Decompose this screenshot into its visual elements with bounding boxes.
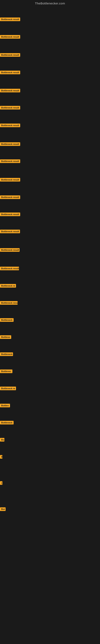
bottleneck-badge[interactable]: Bottlenec <box>0 370 12 373</box>
bottleneck-badge[interactable]: Bottleneck re <box>0 284 16 288</box>
bottleneck-badge[interactable]: Bottleneck result <box>0 160 20 163</box>
list-item: Bottleneck <box>0 318 14 322</box>
list-item: Bottleneck result <box>0 267 19 271</box>
list-item: Bottlenec <box>0 370 12 374</box>
bottleneck-badge[interactable]: Bottleneck result <box>0 18 20 21</box>
bottleneck-badge[interactable]: Bottleneck result <box>0 230 20 233</box>
bottleneck-badge[interactable]: Bo <box>0 438 4 442</box>
site-title: TheBottlenecker.com <box>0 0 100 6</box>
bottleneck-badge[interactable]: Bottleneck re <box>0 386 16 390</box>
bottleneck-badge[interactable]: Bottleneck result <box>0 35 20 39</box>
bottleneck-badge[interactable]: Bottleneck result <box>0 142 20 146</box>
bottleneck-badge[interactable]: Bottleneck result <box>0 89 20 92</box>
site-header: TheBottlenecker.com <box>0 0 100 6</box>
list-item: Bo <box>0 438 4 442</box>
bottleneck-badge[interactable]: Bottleneck <box>0 318 14 322</box>
list-item: Bottleneck result <box>0 106 20 110</box>
bottleneck-badge[interactable]: Bottleneck result <box>0 71 20 74</box>
list-item: Bottlene <box>0 335 11 340</box>
list-item: Bottleneck <box>0 352 13 357</box>
list-item: Bottleneck result <box>0 196 20 200</box>
list-item: Bottleneck re <box>0 386 16 391</box>
bottleneck-badge[interactable]: Bottlene <box>0 335 11 339</box>
bottleneck-badge[interactable]: Bottleneck result <box>0 267 19 270</box>
bottleneck-badge[interactable]: Bottleneck result <box>0 124 20 127</box>
bottleneck-list: Bottleneck resultBottleneck resultBottle… <box>0 6 100 644</box>
bottleneck-badge[interactable]: Bottleneck result <box>0 178 20 182</box>
bottleneck-badge[interactable]: Bottleneck result <box>0 248 20 252</box>
list-item: Bottleneck result <box>0 230 20 234</box>
bottleneck-badge[interactable]: B <box>0 455 2 459</box>
list-item: Bottleneck resul <box>0 301 18 306</box>
list-item: Bottleneck result <box>0 124 20 128</box>
bottleneck-badge[interactable]: Bottleneck <box>0 352 13 356</box>
bottleneck-badge[interactable]: Bottleneck result <box>0 212 20 216</box>
bottleneck-badge[interactable]: Bottleneck result <box>0 196 20 199</box>
list-item: Bottleneck result <box>0 160 20 164</box>
list-item: Bottleneck result <box>0 18 20 22</box>
list-item: Bottleneck result <box>0 178 20 182</box>
list-item: Bottlen <box>0 404 10 408</box>
bottleneck-badge[interactable]: Bottleneck resul <box>0 301 18 305</box>
list-item: Bottleneck <box>0 421 14 425</box>
bottleneck-badge[interactable]: Bot <box>0 507 6 511</box>
bottleneck-badge[interactable]: Bottlen <box>0 404 10 407</box>
list-item: Bottleneck result <box>0 212 20 217</box>
list-item: Bottleneck result <box>0 35 20 40</box>
list-item: Bottleneck re <box>0 284 16 288</box>
bottleneck-badge[interactable]: | <box>0 481 2 485</box>
bottleneck-badge[interactable]: Bottleneck result <box>0 106 20 110</box>
list-item: Bottleneck result <box>0 248 20 252</box>
list-item: Bot <box>0 507 6 512</box>
list-item: Bottleneck result <box>0 142 20 147</box>
list-item: Bottleneck result <box>0 53 20 58</box>
list-item: B <box>0 455 2 460</box>
bottleneck-badge[interactable]: Bottleneck result <box>0 53 20 57</box>
list-item: Bottleneck result <box>0 89 20 93</box>
list-item: Bottleneck result <box>0 71 20 75</box>
list-item: | <box>0 481 2 486</box>
bottleneck-badge[interactable]: Bottleneck <box>0 421 14 424</box>
